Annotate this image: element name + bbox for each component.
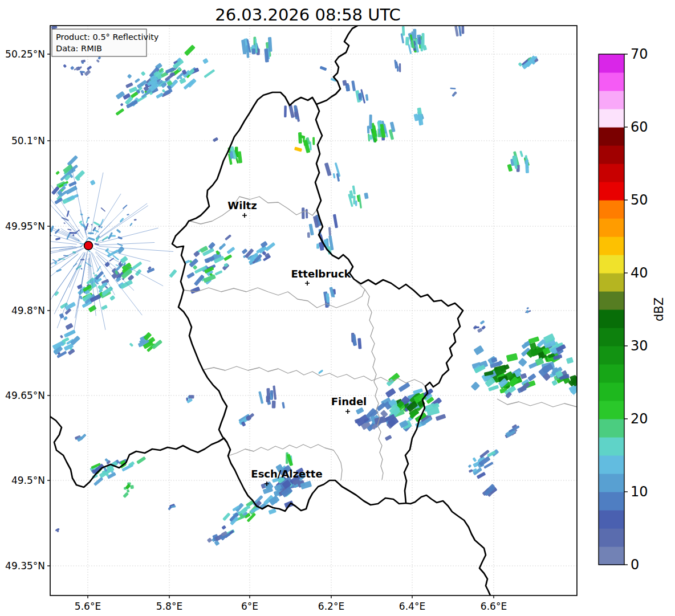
x-tick-label: 6°E (241, 601, 258, 612)
colorbar-tick-label: 30 (631, 338, 648, 354)
colorbar-segment (599, 328, 624, 346)
colorbar-tick-label: 60 (631, 119, 648, 135)
city-label: Wiltz (227, 199, 257, 211)
city-label: Ettelbruck (291, 268, 351, 280)
echo-cell (369, 135, 372, 140)
echo-cell (577, 378, 589, 389)
echo-cell (306, 209, 308, 219)
echo-cell (355, 201, 357, 206)
colorbar-tick-label: 20 (631, 411, 648, 427)
colorbar-segment (599, 182, 624, 201)
colorbar-segment (599, 401, 624, 419)
product-info-box: Product: 0.5° Reflectivity Data: RMIB (52, 29, 159, 56)
echo-cell (312, 137, 315, 145)
colorbar-segment (599, 364, 624, 383)
colorbar-segment (599, 291, 624, 310)
colorbar-segment (599, 455, 624, 474)
colorbar-segment (599, 54, 624, 73)
colorbar-segment (599, 255, 624, 274)
echo-cell (307, 232, 310, 238)
colorbar-tick-label: 10 (631, 484, 648, 500)
colorbar-segment (599, 474, 624, 492)
x-tick-label: 5.6°E (75, 601, 101, 612)
colorbar-segment (599, 437, 624, 456)
colorbar-segment (599, 346, 624, 365)
echo-cell (302, 207, 304, 219)
colorbar-segment (599, 236, 624, 255)
y-tick-label: 49.65°N (5, 390, 45, 401)
colorbar-segment (599, 492, 624, 511)
echo-cell (252, 48, 256, 54)
colorbar-segment (599, 273, 624, 292)
echo-cell (418, 37, 421, 45)
product-line: Product: 0.5° Reflectivity (56, 32, 159, 42)
colorbar-segment (599, 109, 624, 128)
city-label: Esch/Alzette (251, 468, 322, 480)
colorbar-segment (599, 382, 624, 401)
city-label: Findel (331, 395, 367, 407)
echo-cell (421, 33, 424, 47)
echo-cell (39, 199, 44, 204)
colorbar-segment (599, 72, 624, 91)
echo-cell (266, 388, 270, 399)
echo-cell (461, 26, 464, 34)
y-tick-label: 49.8°N (11, 305, 45, 316)
echo-cell (45, 252, 48, 256)
y-tick-label: 49.5°N (11, 475, 45, 486)
colorbar-tick-label: 40 (631, 265, 648, 281)
colorbar-tick-label: 50 (631, 192, 648, 208)
echo-cell (316, 243, 319, 248)
y-tick-label: 49.35°N (5, 560, 45, 572)
radar-site-marker (84, 242, 93, 250)
colorbar-segment (599, 528, 624, 547)
echo-cell (82, 62, 84, 64)
y-tick-label: 50.1°N (11, 135, 45, 146)
echo-cell (284, 105, 287, 117)
x-tick-label: 6.2°E (318, 601, 344, 612)
echo-cell (525, 160, 529, 173)
echo-cell (303, 141, 307, 146)
echo-cell (294, 112, 299, 117)
echo-cell (272, 401, 276, 409)
colorbar-segment (599, 200, 624, 219)
echo-cell (189, 395, 194, 398)
y-tick-label: 49.95°N (5, 221, 45, 232)
echo-cell (413, 29, 416, 39)
echo-cell (583, 385, 592, 394)
echo-cell (402, 26, 405, 36)
echo-cell (130, 485, 133, 489)
data-source-line: Data: RMIB (56, 44, 102, 53)
x-tick-label: 6.4°E (399, 601, 425, 612)
colorbar-segment (599, 546, 624, 565)
echo-cell (474, 327, 479, 329)
colorbar-axis-label: dBZ (652, 297, 666, 321)
y-axis-ticks: 50.25°N50.1°N49.95°N49.8°N49.65°N49.5°N4… (5, 48, 50, 572)
colorbar-segment (599, 309, 624, 328)
colorbar-tick-label: 0 (631, 557, 639, 573)
echo-cell (369, 115, 372, 129)
echo-cell (397, 66, 399, 72)
colorbar-segment (599, 145, 624, 164)
colorbar-segment (599, 419, 624, 438)
colorbar-segment (599, 91, 624, 109)
x-tick-label: 5.8°E (156, 601, 182, 612)
colorbar-segment (599, 510, 624, 529)
x-axis-ticks: 5.6°E5.8°E6°E6.2°E6.4°E6.6°E (75, 595, 507, 612)
radar-map-figure: 26.03.2026 08:58 UTC WiltzEttelbruckFind… (0, 0, 675, 616)
echo-cell (358, 93, 361, 100)
echo-cell (399, 63, 401, 72)
echo-cell (40, 255, 44, 260)
echo-cell (405, 37, 409, 46)
colorbar-segment (599, 218, 624, 237)
colorbar-segment (599, 164, 624, 182)
colorbar: 010203040506070 (599, 46, 648, 573)
y-tick-label: 50.25°N (5, 48, 45, 60)
echo-cell (43, 178, 47, 182)
map-plot-area[interactable] (50, 26, 577, 595)
echo-cell (578, 386, 591, 394)
x-tick-label: 6.6°E (481, 601, 507, 612)
colorbar-segment (599, 127, 624, 146)
colorbar-tick-label: 70 (631, 46, 648, 62)
figure-title: 26.03.2026 08:58 UTC (215, 5, 401, 25)
